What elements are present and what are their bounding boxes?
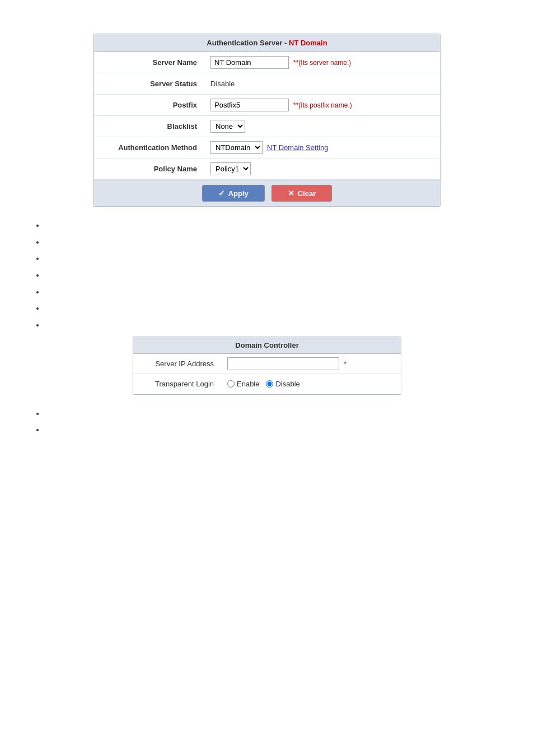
dc-title-text: Domain Controller bbox=[235, 341, 298, 349]
bullet-item bbox=[45, 270, 512, 281]
postfix-row: Postfix **(Its postfix name.) bbox=[94, 95, 440, 116]
server-ip-input[interactable] bbox=[227, 357, 339, 370]
disable-radio[interactable] bbox=[266, 380, 273, 388]
server-status-value: Disable bbox=[206, 76, 440, 91]
apply-label: Apply bbox=[228, 189, 249, 198]
nt-domain-setting-link[interactable]: NT Domain Setting bbox=[267, 143, 329, 152]
postfix-value: **(Its postfix name.) bbox=[206, 95, 440, 115]
apply-button[interactable]: ✓ Apply bbox=[202, 185, 265, 202]
server-name-value: **(Its server name.) bbox=[206, 53, 440, 72]
domain-controller-panel: Domain Controller Server IP Address * Tr… bbox=[133, 337, 401, 395]
bullet-item bbox=[45, 253, 512, 264]
policy-name-label: Policy Name bbox=[94, 165, 206, 173]
clear-label: Clear bbox=[298, 189, 316, 198]
bullet-item bbox=[45, 237, 512, 248]
clear-button[interactable]: ✕ Clear bbox=[271, 185, 332, 202]
bullet-item bbox=[45, 408, 512, 419]
disable-radio-label[interactable]: Disable bbox=[266, 380, 299, 388]
blacklist-row: Blacklist None bbox=[94, 116, 440, 137]
server-status-row: Server Status Disable bbox=[94, 73, 440, 95]
bullet-item bbox=[45, 303, 512, 314]
server-ip-asterisk: * bbox=[344, 360, 346, 368]
bullet-item bbox=[45, 424, 512, 436]
bullet-item bbox=[45, 320, 512, 331]
bullet-item bbox=[45, 287, 512, 298]
bullet-list-1 bbox=[22, 220, 512, 331]
server-name-input[interactable] bbox=[210, 56, 289, 69]
server-ip-row: Server IP Address * bbox=[133, 354, 401, 374]
transparent-login-radio-group: Enable Disable bbox=[227, 380, 300, 388]
auth-method-label: Authentication Method bbox=[94, 143, 206, 152]
policy-name-select[interactable]: Policy1 bbox=[210, 162, 251, 175]
clear-icon: ✕ bbox=[288, 189, 294, 198]
bullet-item bbox=[45, 220, 512, 231]
blacklist-value: None bbox=[206, 116, 440, 136]
enable-radio-label[interactable]: Enable bbox=[227, 380, 259, 388]
postfix-input[interactable] bbox=[210, 99, 289, 111]
policy-name-row: Policy Name Policy1 bbox=[94, 158, 440, 180]
auth-panel-title-highlight: NT Domain bbox=[289, 39, 327, 47]
auth-panel-buttons: ✓ Apply ✕ Clear bbox=[94, 180, 440, 206]
server-status-label: Server Status bbox=[94, 80, 206, 88]
bullet-list-2 bbox=[22, 408, 512, 436]
blacklist-label: Blacklist bbox=[94, 122, 206, 130]
server-name-row: Server Name **(Its server name.) bbox=[94, 52, 440, 73]
transparent-login-value: Enable Disable bbox=[223, 377, 401, 391]
enable-radio-text: Enable bbox=[237, 380, 259, 388]
server-ip-label: Server IP Address bbox=[133, 360, 223, 368]
transparent-login-row: Transparent Login Enable Disable bbox=[133, 374, 401, 394]
enable-radio[interactable] bbox=[227, 380, 235, 388]
transparent-login-label: Transparent Login bbox=[133, 380, 223, 388]
disable-radio-text: Disable bbox=[275, 380, 299, 388]
server-name-hint: **(Its server name.) bbox=[293, 59, 351, 67]
auth-server-panel: Authentication Server - NT Domain Server… bbox=[93, 34, 441, 207]
server-name-label: Server Name bbox=[94, 58, 206, 67]
server-ip-value: * bbox=[223, 354, 401, 373]
auth-method-row: Authentication Method NTDomain NT Domain… bbox=[94, 137, 440, 158]
dc-panel-title: Domain Controller bbox=[133, 337, 401, 354]
auth-method-select[interactable]: NTDomain bbox=[210, 141, 263, 154]
auth-panel-title-prefix: Authentication Server - bbox=[207, 39, 289, 47]
policy-name-value: Policy1 bbox=[206, 159, 440, 179]
blacklist-select[interactable]: None bbox=[210, 120, 245, 133]
auth-method-value: NTDomain NT Domain Setting bbox=[206, 138, 440, 157]
postfix-label: Postfix bbox=[94, 101, 206, 109]
apply-icon: ✓ bbox=[218, 189, 225, 198]
postfix-hint: **(Its postfix name.) bbox=[293, 101, 352, 109]
auth-panel-title: Authentication Server - NT Domain bbox=[94, 34, 440, 52]
server-status-text: Disable bbox=[210, 80, 235, 88]
